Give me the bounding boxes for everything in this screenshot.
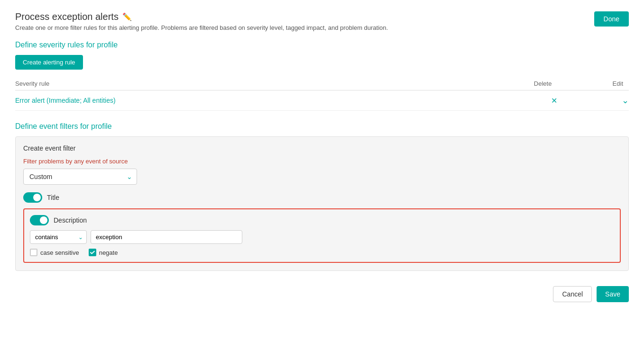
- negate-checkbox-item[interactable]: negate: [89, 249, 118, 256]
- case-sensitive-checkbox[interactable]: [30, 249, 37, 256]
- create-alerting-rule-button[interactable]: Create alerting rule: [15, 55, 83, 70]
- filter-text-input[interactable]: [91, 230, 242, 244]
- event-filter-box: Create event filter Filter problems by a…: [15, 136, 629, 271]
- severity-rule-name: Error alert (Immediate; All entities): [15, 97, 116, 104]
- title-toggle[interactable]: [23, 192, 42, 203]
- description-toggle[interactable]: [30, 215, 49, 225]
- source-dropdown[interactable]: Custom Dynatrace internal Extension AWS …: [23, 169, 137, 185]
- filter-controls-row: contains starts with ends with does not …: [30, 230, 614, 244]
- title-toggle-row: Title: [23, 192, 621, 203]
- negate-label: negate: [99, 249, 118, 256]
- case-sensitive-checkbox-item[interactable]: case sensitive: [30, 249, 79, 256]
- edit-title-icon[interactable]: ✏️: [122, 12, 132, 21]
- page-title: Process exception alerts ✏️: [15, 11, 388, 22]
- bottom-actions: Cancel Save: [15, 280, 629, 302]
- done-button[interactable]: Done: [594, 11, 629, 27]
- description-toggle-label: Description: [54, 216, 87, 224]
- page-subtitle: Create one or more filter rules for this…: [15, 24, 388, 31]
- checkboxes-row: case sensitive negate: [30, 249, 614, 256]
- event-filters-section: Define event filters for profile Create …: [15, 122, 629, 271]
- contains-dropdown-container: contains starts with ends with does not …: [30, 230, 87, 244]
- description-block: Description contains starts with ends wi…: [23, 208, 621, 263]
- create-event-filter-title: Create event filter: [23, 144, 621, 152]
- description-toggle-row: Description: [30, 215, 614, 225]
- source-dropdown-container: Custom Dynatrace internal Extension AWS …: [23, 169, 137, 185]
- delete-icon[interactable]: ✕: [551, 97, 557, 105]
- table-row: Error alert (Immediate; All entities) ✕ …: [15, 90, 629, 111]
- severity-section-title: Define severity rules for profile: [15, 41, 629, 49]
- edit-col-header: Edit: [557, 77, 629, 90]
- expand-icon[interactable]: ⌄: [622, 96, 629, 105]
- severity-table: Severity rule Delete Edit Error alert (I…: [15, 77, 629, 111]
- cancel-button[interactable]: Cancel: [553, 286, 592, 302]
- delete-col-header: Delete: [454, 77, 557, 90]
- save-button[interactable]: Save: [597, 286, 629, 302]
- contains-dropdown[interactable]: contains starts with ends with does not …: [30, 230, 87, 244]
- negate-checkbox[interactable]: [89, 249, 96, 256]
- severity-col-header: Severity rule: [15, 77, 454, 90]
- filter-source-label: Filter problems by any event of source: [23, 158, 621, 165]
- title-toggle-label: Title: [47, 194, 59, 201]
- case-sensitive-label: case sensitive: [40, 249, 79, 256]
- event-filters-section-title: Define event filters for profile: [15, 122, 629, 131]
